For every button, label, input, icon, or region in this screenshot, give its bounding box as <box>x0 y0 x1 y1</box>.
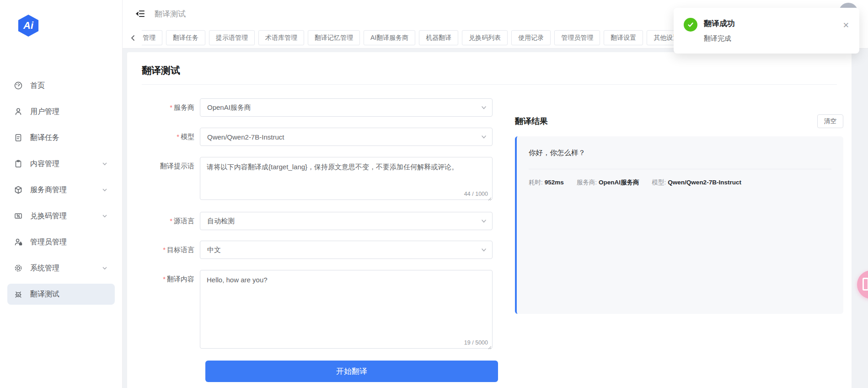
time-label: 耗时: <box>529 179 543 186</box>
model-select[interactable]: Qwen/Qwen2-7B-Instruct <box>200 128 493 146</box>
clipboard-icon <box>14 159 23 168</box>
tab-item[interactable]: 翻译设置 <box>604 30 643 45</box>
translation-form: *服务商 OpenAI服务商 *模型 Qwen/Qwen2-7B-Instruc… <box>142 98 498 382</box>
model-meta-label: 模型: <box>652 179 666 186</box>
clear-button[interactable]: 清空 <box>817 114 843 128</box>
floating-action-glyph-icon <box>863 278 868 291</box>
sidebar-item-label: 兑换码管理 <box>30 211 102 221</box>
provider-select-value: OpenAI服务商 <box>207 103 251 112</box>
source-lang-select[interactable]: 自动检测 <box>200 212 493 230</box>
sidebar-item-redeem-codes[interactable]: 兑换码管理 <box>7 205 115 226</box>
sidebar-item-content[interactable]: 内容管理 <box>7 153 115 174</box>
target-lang-select[interactable]: 中文 <box>200 241 493 259</box>
dashboard-icon <box>14 81 23 90</box>
success-toast: 翻译成功 翻译完成 ✕ <box>674 8 859 54</box>
sidebar-item-label: 内容管理 <box>30 159 102 169</box>
result-meta: 耗时:952ms 服务商:OpenAI服务商 模型:Qwen/Qwen2-7B-… <box>529 178 831 187</box>
source-lang-select-value: 自动检测 <box>207 217 235 226</box>
resize-grip-icon[interactable] <box>487 194 492 199</box>
prompt-counter: 44 / 1000 <box>462 191 488 197</box>
bug-icon <box>14 290 23 299</box>
sidebar-item-label: 首页 <box>30 81 108 91</box>
prompt-textarea[interactable]: 请将以下内容翻译成{target_lang}，保持原文意思不变，不要添加任何解释… <box>200 157 493 200</box>
chevron-down-icon <box>102 265 108 271</box>
tab-item[interactable]: 使用记录 <box>511 30 551 45</box>
content-label: *翻译内容 <box>142 270 200 349</box>
provider-select[interactable]: OpenAI服务商 <box>200 98 493 117</box>
target-lang-label: *目标语言 <box>142 241 200 259</box>
result-text: 你好，你怎么样？ <box>529 148 831 158</box>
sidebar-item-label: 系统管理 <box>30 264 102 273</box>
divider <box>529 169 831 169</box>
sidebar-menu: 首页 用户管理 翻译任务 内容管理 <box>7 75 115 310</box>
app-logo-text: Ai <box>23 20 33 32</box>
model-select-value: Qwen/Qwen2-7B-Instruct <box>207 133 284 141</box>
tab-item[interactable]: 翻译任务 <box>166 30 205 45</box>
model-meta-value: Qwen/Qwen2-7B-Instruct <box>668 179 741 186</box>
admin-lock-icon <box>14 237 23 247</box>
main-card: 翻译测试 *服务商 OpenAI服务商 *模型 Qwen/Qw <box>127 52 852 388</box>
result-panel: 翻译结果 清空 你好，你怎么样？ 耗时:952ms 服务商:OpenAI服务商 … <box>515 114 843 314</box>
target-lang-select-value: 中文 <box>207 246 221 254</box>
start-translate-button[interactable]: 开始翻译 <box>205 361 498 382</box>
page-title: 翻译测试 <box>142 64 837 85</box>
sidebar-item-home[interactable]: 首页 <box>7 75 115 96</box>
tab-item[interactable]: 兑换码列表 <box>462 30 508 45</box>
source-lang-label: *源语言 <box>142 212 200 230</box>
sidebar-item-label: 用户管理 <box>30 107 108 117</box>
breadcrumb: 翻译测试 <box>155 9 186 19</box>
sidebar-item-system[interactable]: 系统管理 <box>7 258 115 279</box>
sidebar-item-label: 翻译测试 <box>30 290 108 299</box>
content-area: 翻译测试 *服务商 OpenAI服务商 *模型 Qwen/Qw <box>123 48 868 388</box>
tab-item[interactable]: 翻译记忆管理 <box>308 30 360 45</box>
sidebar-item-translation-tasks[interactable]: 翻译任务 <box>7 127 115 148</box>
sidebar: Ai 首页 用户管理 翻译任务 内容管理 <box>0 0 123 388</box>
sidebar-item-admins[interactable]: 管理员管理 <box>7 232 115 253</box>
chevron-down-icon <box>481 218 487 224</box>
chevron-down-icon <box>102 161 108 167</box>
chevron-down-icon <box>481 104 487 111</box>
tabs-scroll-left-icon[interactable] <box>130 35 137 41</box>
sidebar-item-providers[interactable]: 服务商管理 <box>7 179 115 200</box>
sidebar-item-users[interactable]: 用户管理 <box>7 101 115 122</box>
tab-item[interactable]: 机器翻译 <box>419 30 458 45</box>
tab-item[interactable]: 管理 <box>142 30 162 45</box>
prompt-label: 翻译提示语 <box>142 157 200 200</box>
app-logo[interactable]: Ai <box>17 15 39 37</box>
package-icon <box>14 185 23 194</box>
content-textarea[interactable]: Hello, how are you? <box>200 270 493 349</box>
close-icon[interactable]: ✕ <box>843 21 849 30</box>
user-icon <box>14 107 23 116</box>
sidebar-item-label: 管理员管理 <box>30 237 108 247</box>
chevron-down-icon <box>481 134 487 140</box>
tab-item[interactable]: AI翻译服务商 <box>364 30 415 45</box>
toast-message: 翻译完成 <box>704 34 731 43</box>
tab-item[interactable]: 提示语管理 <box>209 30 255 45</box>
sidebar-collapse-icon[interactable] <box>135 9 145 19</box>
provider-meta-value: OpenAI服务商 <box>599 179 639 186</box>
provider-label: *服务商 <box>142 98 200 117</box>
result-title: 翻译结果 <box>515 116 548 127</box>
chevron-down-icon <box>481 247 487 253</box>
resize-grip-icon[interactable] <box>487 343 492 348</box>
sidebar-item-label: 翻译任务 <box>30 133 108 143</box>
result-card: 你好，你怎么样？ 耗时:952ms 服务商:OpenAI服务商 模型:Qwen/… <box>515 136 843 314</box>
gear-icon <box>14 264 23 273</box>
model-label: *模型 <box>142 128 200 146</box>
tab-item[interactable]: 管理员管理 <box>554 30 600 45</box>
time-value: 952ms <box>545 179 564 186</box>
toast-title: 翻译成功 <box>704 18 735 29</box>
content-counter: 19 / 5000 <box>462 340 488 346</box>
chevron-down-icon <box>102 213 108 219</box>
document-icon <box>14 133 23 142</box>
tab-item[interactable]: 术语库管理 <box>258 30 304 45</box>
chevron-down-icon <box>102 187 108 193</box>
sidebar-item-translation-test[interactable]: 翻译测试 <box>7 284 115 305</box>
sidebar-item-label: 服务商管理 <box>30 185 102 195</box>
ticket-icon <box>14 211 23 221</box>
success-check-icon <box>684 18 697 32</box>
provider-meta-label: 服务商: <box>577 179 597 186</box>
